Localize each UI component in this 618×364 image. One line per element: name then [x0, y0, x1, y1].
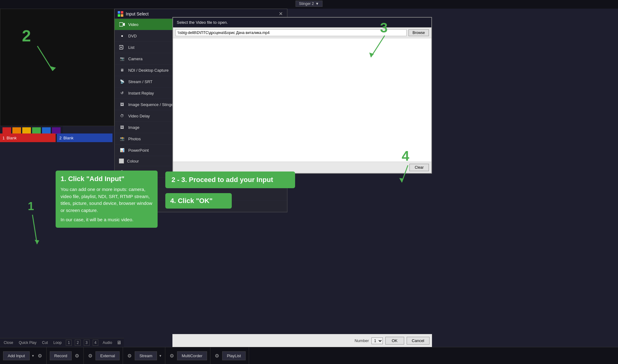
svg-text:2: 2: [22, 27, 31, 45]
record-button[interactable]: Record: [50, 351, 72, 360]
arrow-1-svg: 1: [15, 198, 53, 260]
annotation-box-step1: 1. Click "Add Input" You can add one or …: [56, 171, 158, 228]
add-input-gear-icon[interactable]: ⚙: [36, 352, 43, 360]
audio-sub-button[interactable]: Audio: [101, 340, 113, 345]
preview-2-label: Blank: [63, 136, 74, 140]
powerpoint-icon: 📊: [119, 147, 125, 153]
stinger-label: Stinger 2: [299, 2, 314, 6]
color-swatch-purple[interactable]: [52, 127, 61, 134]
preview-labels-row: 1 Blank 2 Blank: [0, 133, 114, 142]
cancel-button[interactable]: Cancel: [407, 337, 430, 345]
monitor-icon: 🖥: [116, 340, 121, 345]
stream-gear-icon[interactable]: ⚙: [126, 352, 133, 360]
dialog-title-text: Input Select: [126, 11, 149, 16]
colour-icon: [119, 159, 124, 163]
stinger-button[interactable]: Stinger 2 ▼: [296, 1, 323, 7]
video-icon: [119, 21, 125, 28]
menu-label-video: Video: [128, 22, 138, 27]
stream-button[interactable]: Stream: [135, 351, 157, 360]
multicorder-section: ⚙ MultiCorder: [165, 347, 210, 364]
external-gear-icon[interactable]: ⚙: [87, 352, 94, 360]
svg-text:1: 1: [28, 200, 34, 213]
preview-label-2[interactable]: 2 Blank: [57, 133, 112, 142]
ndi-icon: 🖥: [119, 67, 125, 73]
ok-button[interactable]: OK: [385, 337, 404, 345]
menu-label-colour: Colour: [127, 159, 139, 163]
loop-button[interactable]: Loop: [52, 340, 63, 345]
color-swatch-blue[interactable]: [42, 127, 51, 134]
menu-label-camera: Camera: [128, 57, 142, 61]
step1-title: 1. Click "Add Input": [61, 175, 153, 183]
bottom-toolbar: Add Input ▼ ⚙ Record ⚙ ⚙ External ⚙ Stre…: [0, 347, 618, 364]
preview-2-number: 2: [59, 136, 61, 140]
svg-line-19: [32, 215, 37, 244]
menu-label-image: Image: [128, 125, 139, 130]
preview-area: 2: [0, 9, 114, 126]
external-button[interactable]: External: [95, 351, 120, 360]
stream-section: ⚙ Stream ▼: [123, 347, 165, 364]
record-gear-icon[interactable]: ⚙: [74, 352, 80, 360]
stream-dropdown-icon[interactable]: ▼: [159, 354, 162, 358]
svg-marker-20: [35, 240, 39, 244]
color-swatch-orange[interactable]: [12, 127, 21, 134]
grid-icon: [118, 11, 123, 17]
step23-title: 2 - 3. Proceed to add your Input: [171, 176, 289, 184]
annotation-box-step4: 4. Click "OK": [165, 193, 232, 209]
svg-rect-5: [118, 14, 120, 17]
chevron-down-icon: ▼: [315, 2, 319, 6]
image-icon: 🖼: [119, 124, 125, 130]
quick-play-button[interactable]: Quick Play: [18, 340, 38, 345]
svg-rect-4: [121, 11, 123, 14]
cut-button[interactable]: Cut: [41, 340, 49, 345]
close-sub-button[interactable]: Close: [2, 340, 15, 345]
stream-icon: 📡: [119, 78, 125, 85]
svg-rect-3: [118, 11, 120, 14]
color-swatch-green[interactable]: [32, 127, 41, 134]
number-select[interactable]: 1 2 3: [371, 337, 383, 344]
add-input-section: Add Input ▼ ⚙: [0, 347, 47, 364]
sub-number-2[interactable]: 2: [75, 340, 81, 346]
step4-title: 4. Click "OK": [170, 197, 227, 205]
arrow-3-svg: 3: [340, 17, 402, 73]
preview-label-1[interactable]: 1 Blank: [0, 133, 56, 142]
add-input-button[interactable]: Add Input: [3, 351, 30, 360]
step1-body2: In our case, it will be a music video.: [61, 216, 153, 223]
dvd-icon: ●: [119, 33, 125, 39]
color-swatch-red[interactable]: [2, 127, 11, 134]
sub-toolbar: Close Quick Play Cut Loop 1 2 3 4 Audio …: [0, 338, 124, 347]
color-swatch-yellow[interactable]: [22, 127, 31, 134]
preview-1-label: Blank: [6, 136, 17, 140]
file-dialog-ok-cancel-row: Number 1 2 3 OK Cancel: [172, 334, 432, 347]
sub-number-1[interactable]: 1: [66, 340, 72, 346]
playlist-section: ⚙ PlayList: [210, 347, 249, 364]
preview-1-number: 1: [2, 136, 5, 140]
photos-icon: 📸: [119, 136, 125, 142]
multicorder-gear-icon[interactable]: ⚙: [168, 352, 175, 360]
playlist-button[interactable]: PlayList: [222, 351, 246, 360]
sub-number-4[interactable]: 4: [93, 340, 99, 346]
svg-text:3: 3: [380, 20, 387, 35]
image-sequence-icon: 🖼: [119, 101, 125, 108]
sub-number-3[interactable]: 3: [84, 340, 90, 346]
multicorder-button[interactable]: MultiCorder: [177, 351, 207, 360]
arrow-2-svg: 2: [19, 24, 56, 86]
dialog-close-button[interactable]: ✕: [277, 11, 284, 17]
svg-marker-8: [123, 23, 125, 26]
menu-label-ndi: NDI / Desktop Capture: [128, 68, 169, 73]
menu-label-instant-replay: Instant Replay: [128, 91, 154, 95]
instant-replay-icon: ↺: [119, 90, 125, 96]
menu-label-powerpoint: PowerPoint: [128, 148, 149, 153]
menu-label-dvd: DVD: [128, 34, 137, 38]
svg-rect-6: [121, 14, 123, 17]
annotation-number-2: 2: [19, 24, 56, 90]
browse-button[interactable]: Browse: [408, 29, 429, 36]
menu-label-video-delay: Video Delay: [128, 114, 150, 118]
video-delay-icon: ⏱: [119, 113, 125, 119]
external-section: ⚙ External: [84, 347, 123, 364]
number-label: Number: [354, 338, 369, 343]
menu-label-image-sequence: Image Sequence / Stinger: [128, 102, 175, 107]
menu-label-photos: Photos: [128, 137, 141, 141]
playlist-gear-icon[interactable]: ⚙: [214, 352, 220, 360]
add-input-dropdown-icon[interactable]: ▼: [32, 354, 35, 358]
arrow-4-svg: 4: [365, 148, 426, 192]
